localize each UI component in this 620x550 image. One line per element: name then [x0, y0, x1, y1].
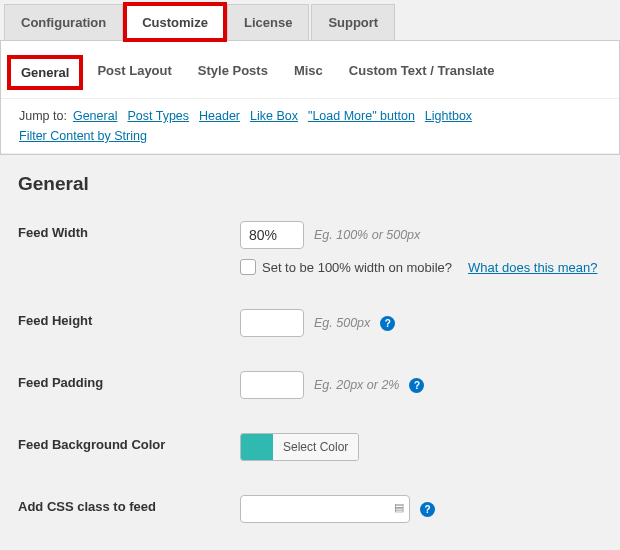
tab-configuration[interactable]: Configuration: [4, 4, 123, 40]
row-feed-width: Feed Width Eg. 100% or 500px Set to be 1…: [18, 221, 602, 275]
hint-feed-width: Eg. 100% or 500px: [314, 228, 420, 242]
jumpto-lightbox[interactable]: Lightbox: [425, 109, 472, 123]
help-icon[interactable]: ?: [409, 378, 424, 393]
label-feed-height: Feed Height: [18, 309, 240, 328]
checkbox-mobile-width-label: Set to be 100% width on mobile?: [262, 260, 452, 275]
help-icon[interactable]: ?: [380, 316, 395, 331]
color-picker-label: Select Color: [273, 434, 358, 460]
input-feed-padding[interactable]: [240, 371, 304, 399]
label-feed-padding: Feed Padding: [18, 371, 240, 390]
customize-panel: General Post Layout Style Posts Misc Cus…: [0, 40, 620, 155]
primary-tabs: Configuration Customize License Support: [0, 0, 620, 40]
hint-feed-padding: Eg. 20px or 2%: [314, 378, 399, 392]
subtab-misc[interactable]: Misc: [284, 57, 333, 88]
subtab-style-posts[interactable]: Style Posts: [188, 57, 278, 88]
jumpto-load-more[interactable]: "Load More" button: [308, 109, 415, 123]
label-feed-bg-color: Feed Background Color: [18, 433, 240, 452]
subtab-general[interactable]: General: [9, 57, 81, 88]
jumpto-label: Jump to:: [19, 109, 67, 123]
jumpto-post-types[interactable]: Post Types: [127, 109, 189, 123]
tab-support[interactable]: Support: [311, 4, 395, 40]
subtab-post-layout[interactable]: Post Layout: [87, 57, 181, 88]
row-feed-bg-color: Feed Background Color Select Color: [18, 433, 602, 461]
tab-license[interactable]: License: [227, 4, 309, 40]
jumpto-filter[interactable]: Filter Content by String: [19, 129, 147, 143]
row-feed-padding: Feed Padding Eg. 20px or 2% ?: [18, 371, 602, 399]
hint-feed-height: Eg. 500px: [314, 316, 370, 330]
tab-customize[interactable]: Customize: [125, 4, 225, 40]
jumpto-general[interactable]: General: [73, 109, 117, 123]
color-picker[interactable]: Select Color: [240, 433, 359, 461]
secondary-tabs: General Post Layout Style Posts Misc Cus…: [1, 41, 619, 99]
general-section: General Feed Width Eg. 100% or 500px Set…: [0, 155, 620, 550]
input-css-class[interactable]: [240, 495, 410, 523]
link-what-does-this-mean[interactable]: What does this mean?: [468, 260, 597, 275]
label-feed-width: Feed Width: [18, 221, 240, 240]
contact-icon: ▤: [394, 501, 404, 514]
jumpto-like-box[interactable]: Like Box: [250, 109, 298, 123]
input-feed-width[interactable]: [240, 221, 304, 249]
row-feed-height: Feed Height Eg. 500px ?: [18, 309, 602, 337]
jumpto-bar: Jump to: General Post Types Header Like …: [1, 99, 619, 154]
jumpto-header[interactable]: Header: [199, 109, 240, 123]
label-css-class: Add CSS class to feed: [18, 495, 240, 514]
help-icon[interactable]: ?: [420, 502, 435, 517]
input-feed-height[interactable]: [240, 309, 304, 337]
section-title: General: [18, 173, 602, 195]
color-swatch: [241, 434, 273, 460]
checkbox-mobile-width[interactable]: [240, 259, 256, 275]
subtab-custom-text[interactable]: Custom Text / Translate: [339, 57, 505, 88]
row-css-class: Add CSS class to feed ▤ ?: [18, 495, 602, 523]
